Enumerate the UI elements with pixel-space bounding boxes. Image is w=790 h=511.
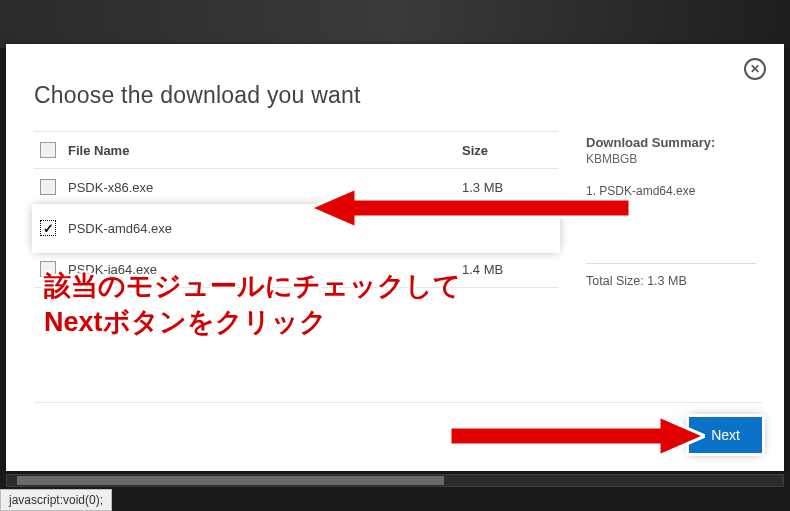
file-name: PSDK-ia64.exe (68, 262, 450, 277)
file-checkbox[interactable] (40, 220, 56, 236)
file-row[interactable]: PSDK-ia64.exe 1.4 MB (34, 251, 558, 288)
scrollbar-thumb[interactable] (17, 476, 444, 485)
file-name: PSDK-amd64.exe (68, 221, 450, 236)
summary-item: 1. PSDK-amd64.exe (586, 184, 756, 198)
file-size: 1.4 MB (462, 262, 552, 277)
status-bar: javascript:void(0); (0, 489, 112, 511)
next-button[interactable]: Next (689, 417, 762, 453)
download-dialog: ✕ Choose the download you want File Name… (6, 44, 784, 471)
download-summary: Download Summary: KBMBGB 1. PSDK-amd64.e… (586, 131, 756, 288)
file-list-header: File Name Size (34, 131, 558, 169)
col-header-size: Size (462, 143, 552, 158)
file-size: 1.3 MB (462, 180, 552, 195)
select-all-checkbox[interactable] (40, 142, 56, 158)
close-button[interactable]: ✕ (744, 58, 766, 80)
background-strip (0, 0, 790, 48)
horizontal-scrollbar[interactable] (6, 474, 784, 487)
file-checkbox[interactable] (40, 261, 56, 277)
dialog-content: File Name Size PSDK-x86.exe 1.3 MB PSDK-… (34, 131, 756, 288)
file-row[interactable]: PSDK-amd64.exe (34, 206, 558, 251)
summary-subtitle: KBMBGB (586, 152, 756, 166)
file-checkbox[interactable] (40, 179, 56, 195)
file-row[interactable]: PSDK-x86.exe 1.3 MB (34, 169, 558, 206)
summary-title: Download Summary: (586, 135, 756, 150)
close-icon: ✕ (750, 63, 760, 75)
summary-divider (586, 263, 756, 264)
file-name: PSDK-x86.exe (68, 180, 450, 195)
dialog-title: Choose the download you want (34, 82, 756, 109)
col-header-name: File Name (68, 143, 450, 158)
dialog-footer: Next (34, 402, 762, 453)
file-list: File Name Size PSDK-x86.exe 1.3 MB PSDK-… (34, 131, 558, 288)
summary-total: Total Size: 1.3 MB (586, 274, 756, 288)
